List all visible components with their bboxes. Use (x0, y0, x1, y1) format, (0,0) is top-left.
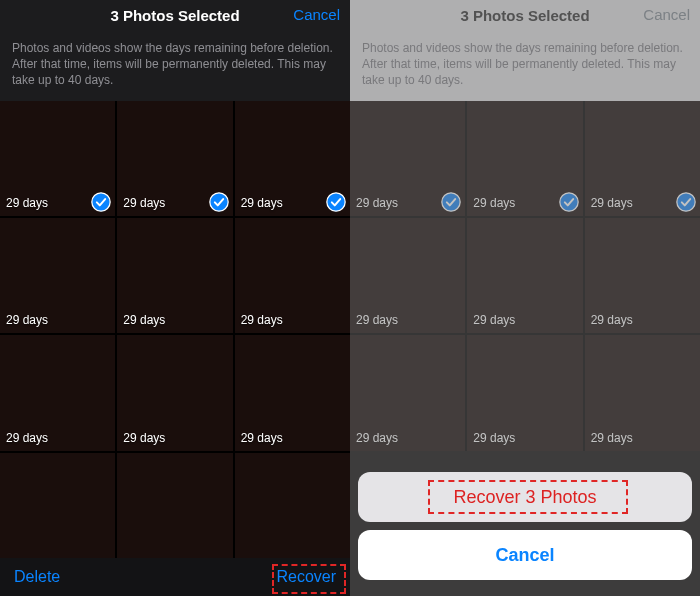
sheet-cancel-label: Cancel (495, 545, 554, 566)
recover-photos-button[interactable]: Recover 3 Photos (358, 472, 692, 522)
photo-thumbnail[interactable]: 29 days (0, 101, 115, 216)
info-text: Photos and videos show the days remainin… (350, 30, 700, 101)
svg-point-0 (92, 193, 110, 211)
photo-thumbnail[interactable]: 29 days (585, 218, 700, 333)
days-remaining-label: 29 days (591, 431, 633, 445)
action-sheet: Recover 3 Photos Cancel (358, 472, 692, 588)
photo-thumbnail[interactable]: 29 days (467, 101, 582, 216)
days-remaining-label: 29 days (591, 196, 633, 210)
checkmark-icon (441, 192, 461, 212)
checkmark-icon (676, 192, 696, 212)
info-text: Photos and videos show the days remainin… (0, 30, 350, 101)
toolbar: Delete Recover (0, 558, 350, 596)
days-remaining-label: 29 days (473, 196, 515, 210)
svg-point-3 (442, 193, 460, 211)
days-remaining-label: 29 days (6, 313, 48, 327)
days-remaining-label: 29 days (356, 196, 398, 210)
days-remaining-label: 29 days (356, 313, 398, 327)
checkmark-icon (326, 192, 346, 212)
recover-button[interactable]: Recover (276, 558, 336, 596)
photo-thumbnail[interactable]: 29 days (467, 218, 582, 333)
photo-thumbnail[interactable]: 29 days (117, 101, 232, 216)
days-remaining-label: 29 days (6, 196, 48, 210)
photo-thumbnail[interactable] (235, 453, 350, 568)
recover-photos-label: Recover 3 Photos (453, 487, 596, 508)
photo-thumbnail[interactable]: 29 days (585, 101, 700, 216)
checkmark-icon (559, 192, 579, 212)
checkmark-icon (91, 192, 111, 212)
svg-point-5 (677, 193, 695, 211)
svg-point-1 (210, 193, 228, 211)
page-title: 3 Photos Selected (110, 7, 239, 24)
photo-thumbnail[interactable] (0, 453, 115, 568)
delete-button[interactable]: Delete (14, 558, 60, 596)
days-remaining-label: 29 days (241, 196, 283, 210)
photo-thumbnail[interactable]: 29 days (0, 335, 115, 450)
days-remaining-label: 29 days (591, 313, 633, 327)
days-remaining-label: 29 days (123, 431, 165, 445)
days-remaining-label: 29 days (473, 313, 515, 327)
days-remaining-label: 29 days (241, 313, 283, 327)
days-remaining-label: 29 days (356, 431, 398, 445)
photo-thumbnail[interactable] (117, 453, 232, 568)
nav-bar: 3 Photos Selected Cancel (350, 0, 700, 30)
photo-thumbnail[interactable]: 29 days (350, 335, 465, 450)
photo-thumbnail[interactable]: 29 days (117, 218, 232, 333)
photo-thumbnail[interactable]: 29 days (350, 218, 465, 333)
photo-thumbnail[interactable]: 29 days (235, 218, 350, 333)
days-remaining-label: 29 days (6, 431, 48, 445)
screen-right: 3 Photos Selected Cancel Photos and vide… (350, 0, 700, 596)
photo-grid: 29 days29 days29 days29 days29 days29 da… (0, 101, 350, 568)
days-remaining-label: 29 days (241, 431, 283, 445)
photo-thumbnail[interactable]: 29 days (0, 218, 115, 333)
photo-thumbnail[interactable]: 29 days (585, 335, 700, 450)
svg-point-2 (327, 193, 345, 211)
checkmark-icon (209, 192, 229, 212)
photo-grid: 29 days29 days29 days29 days29 days29 da… (350, 101, 700, 451)
photo-thumbnail[interactable]: 29 days (235, 335, 350, 450)
screen-left: 3 Photos Selected Cancel Photos and vide… (0, 0, 350, 596)
photo-thumbnail[interactable]: 29 days (350, 101, 465, 216)
photo-thumbnail[interactable]: 29 days (117, 335, 232, 450)
cancel-button: Cancel (643, 0, 690, 30)
photo-thumbnail[interactable]: 29 days (235, 101, 350, 216)
page-title: 3 Photos Selected (460, 7, 589, 24)
photo-thumbnail[interactable]: 29 days (467, 335, 582, 450)
days-remaining-label: 29 days (123, 196, 165, 210)
sheet-cancel-button[interactable]: Cancel (358, 530, 692, 580)
days-remaining-label: 29 days (123, 313, 165, 327)
cancel-button[interactable]: Cancel (293, 0, 340, 30)
nav-bar: 3 Photos Selected Cancel (0, 0, 350, 30)
svg-point-4 (560, 193, 578, 211)
days-remaining-label: 29 days (473, 431, 515, 445)
